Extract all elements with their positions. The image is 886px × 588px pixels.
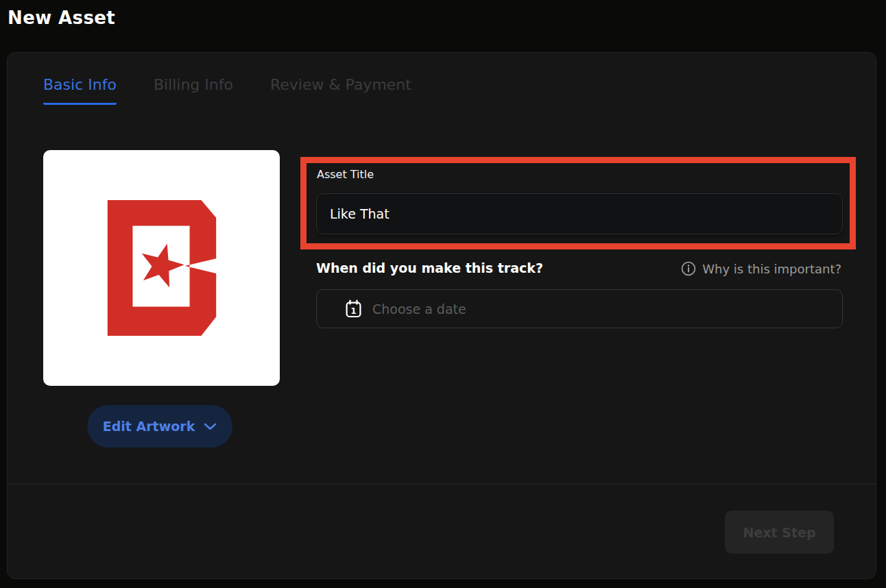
- asset-title-label: Asset Title: [317, 168, 374, 181]
- date-placeholder-text: Choose a date: [372, 302, 466, 317]
- why-important-link[interactable]: Why is this important?: [681, 261, 841, 276]
- footer-divider: [8, 484, 876, 485]
- svg-text:1: 1: [350, 306, 356, 316]
- edit-artwork-label: Edit Artwork: [103, 419, 195, 434]
- chevron-down-icon: [204, 423, 217, 430]
- tab-bar: Basic Info Billing Info Review & Payment: [43, 76, 411, 105]
- next-step-button[interactable]: Next Step: [725, 511, 834, 554]
- new-asset-card: Basic Info Billing Info Review & Payment…: [7, 52, 876, 579]
- tab-billing-info[interactable]: Billing Info: [154, 76, 233, 105]
- info-icon: [681, 261, 696, 276]
- why-important-label: Why is this important?: [702, 262, 841, 276]
- edit-artwork-button[interactable]: Edit Artwork: [87, 405, 232, 448]
- page-title: New Asset: [8, 8, 115, 28]
- tab-basic-info[interactable]: Basic Info: [43, 76, 117, 105]
- artwork-logo: [107, 200, 217, 336]
- asset-title-input[interactable]: [316, 193, 843, 234]
- release-date-label: When did you make this track?: [316, 260, 543, 275]
- calendar-icon: 1: [345, 299, 362, 318]
- tab-review-payment[interactable]: Review & Payment: [270, 76, 411, 105]
- date-picker-input[interactable]: 1 Choose a date: [316, 289, 843, 328]
- artwork-image: [43, 150, 280, 386]
